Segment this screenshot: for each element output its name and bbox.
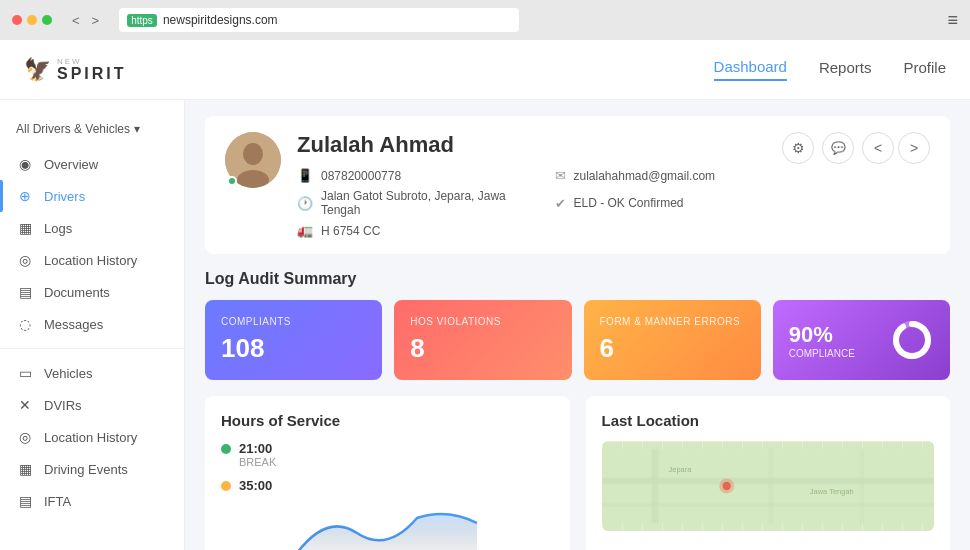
email-value: zulalahahmad@gmail.com [574, 169, 716, 183]
driver-vehicle: 🚛 H 6754 CC [297, 223, 525, 238]
sidebar-item-messages[interactable]: ◌ Messages [0, 308, 184, 340]
settings-button[interactable]: ⚙ [782, 132, 814, 164]
hos-value-2: 35:00 [239, 478, 272, 493]
hos-item-break: 21:00 BREAK [221, 441, 554, 468]
sidebar-label-location-history-v: Location History [44, 430, 137, 445]
form-value: 6 [600, 333, 745, 364]
maximize-dot[interactable] [42, 15, 52, 25]
svg-point-1 [243, 143, 263, 165]
sidebar-filter[interactable]: All Drivers & Vehicles ▾ [0, 116, 184, 148]
sidebar-item-drivers[interactable]: ⊕ Drivers [0, 180, 184, 212]
driving-events-icon: ▦ [16, 461, 34, 477]
clock-icon: 🕐 [297, 196, 313, 211]
sidebar-item-ifta[interactable]: ▤ IFTA [0, 485, 184, 517]
sidebar-label-drivers: Drivers [44, 189, 85, 204]
donut-chart [890, 318, 934, 362]
last-location-title: Last Location [602, 412, 935, 429]
sidebar-label-dvirs: DVIRs [44, 398, 82, 413]
online-indicator [227, 176, 237, 186]
logs-icon: ▦ [16, 220, 34, 236]
url-text: newspiritdesigns.com [163, 13, 278, 27]
driver-phone: 📱 087820000778 [297, 168, 525, 183]
sidebar-item-overview[interactable]: ◉ Overview [0, 148, 184, 180]
back-button[interactable]: < [68, 11, 84, 30]
driver-details: 📱 087820000778 ✉ zulalahahmad@gmail.com … [297, 168, 782, 238]
sidebar-label-documents: Documents [44, 285, 110, 300]
browser-nav: < > [68, 11, 103, 30]
form-label: FORM & MANNER ERRORS [600, 316, 745, 327]
audit-section-title: Log Audit Summary [205, 270, 950, 288]
hos-card: Hours of Service 21:00 BREAK 35:00 [205, 396, 570, 550]
sidebar-label-vehicles: Vehicles [44, 366, 92, 381]
svg-rect-9 [859, 449, 863, 524]
top-navigation: 🦅 NEW SPIRIT Dashboard Reports Profile [0, 40, 970, 100]
chat-button[interactable]: 💬 [822, 132, 854, 164]
hos-card-title: Hours of Service [221, 412, 554, 429]
hamburger-menu-icon[interactable]: ≡ [947, 10, 958, 31]
nav-link-dashboard[interactable]: Dashboard [714, 58, 787, 81]
chevron-down-icon: ▾ [134, 122, 140, 136]
sidebar-divider [0, 348, 184, 349]
sidebar-item-driving-events[interactable]: ▦ Driving Events [0, 453, 184, 485]
svg-text:Jepara: Jepara [668, 465, 692, 474]
nav-link-profile[interactable]: Profile [903, 59, 946, 80]
sidebar-label-messages: Messages [44, 317, 103, 332]
driver-nav-arrows: < > [862, 132, 930, 164]
hos-item-2: 35:00 [221, 478, 554, 493]
svg-rect-10 [602, 503, 935, 507]
vehicle-value: H 6754 CC [321, 224, 380, 238]
driver-eld: ✔ ELD - OK Confirmed [555, 189, 783, 217]
sidebar: All Drivers & Vehicles ▾ ◉ Overview ⊕ Dr… [0, 100, 185, 550]
logo-text-spirit: SPIRIT [57, 66, 127, 82]
hos-dot-yellow [221, 481, 231, 491]
messages-icon: ◌ [16, 316, 34, 332]
prev-driver-button[interactable]: < [862, 132, 894, 164]
main-layout: All Drivers & Vehicles ▾ ◉ Overview ⊕ Dr… [0, 100, 970, 550]
map-placeholder: Jepara Jawa Tengah [602, 441, 935, 531]
svg-rect-7 [651, 449, 658, 524]
audit-card-form: FORM & MANNER ERRORS 6 [584, 300, 761, 380]
svg-rect-8 [768, 449, 773, 524]
eld-value: ELD - OK Confirmed [574, 196, 684, 210]
driver-info: Zulalah Ahmad 📱 087820000778 ✉ zulalahah… [297, 132, 782, 238]
sidebar-item-location-history[interactable]: ◎ Location History [0, 244, 184, 276]
driver-name: Zulalah Ahmad [297, 132, 782, 158]
next-driver-button[interactable]: > [898, 132, 930, 164]
address-bar[interactable]: https newspiritdesigns.com [119, 8, 519, 32]
hos-chart-area [221, 503, 554, 550]
sidebar-filter-label: All Drivers & Vehicles [16, 122, 130, 136]
compliance-label: COMPLIANCE [789, 348, 855, 359]
location-history-icon: ◎ [16, 252, 34, 268]
nav-links: Dashboard Reports Profile [714, 58, 946, 81]
overview-icon: ◉ [16, 156, 34, 172]
driver-header-card: Zulalah Ahmad 📱 087820000778 ✉ zulalahah… [205, 116, 950, 254]
audit-card-compliance: 90% COMPLIANCE [773, 300, 950, 380]
close-dot[interactable] [12, 15, 22, 25]
location-icon: ◎ [16, 429, 34, 445]
sidebar-label-location-history: Location History [44, 253, 137, 268]
dvirs-icon: ✕ [16, 397, 34, 413]
compliants-value: 108 [221, 333, 366, 364]
sidebar-item-logs[interactable]: ▦ Logs [0, 212, 184, 244]
email-icon: ✉ [555, 168, 566, 183]
last-location-card: Last Location Jepara Jawa Tengah [586, 396, 951, 550]
sidebar-item-documents[interactable]: ▤ Documents [0, 276, 184, 308]
audit-cards: COMPLIANTS 108 HOS VIOLATIONS 8 FORM & M… [205, 300, 950, 380]
bottom-row: Hours of Service 21:00 BREAK 35:00 [205, 396, 950, 550]
sidebar-item-vehicles[interactable]: ▭ Vehicles [0, 357, 184, 389]
compliance-inner: 90% COMPLIANCE [789, 318, 934, 362]
vehicles-icon: ▭ [16, 365, 34, 381]
address-value: Jalan Gatot Subroto, Jepara, Jawa Tengah [321, 189, 525, 217]
sidebar-label-overview: Overview [44, 157, 98, 172]
sidebar-item-location-history-v[interactable]: ◎ Location History [0, 421, 184, 453]
compliance-pct: 90% [789, 322, 855, 348]
minimize-dot[interactable] [27, 15, 37, 25]
https-badge: https [127, 14, 157, 27]
sidebar-item-dvirs[interactable]: ✕ DVIRs [0, 389, 184, 421]
forward-button[interactable]: > [88, 11, 104, 30]
audit-card-compliants: COMPLIANTS 108 [205, 300, 382, 380]
nav-link-reports[interactable]: Reports [819, 59, 872, 80]
shield-icon: ✔ [555, 196, 566, 211]
hos-label: HOS VIOLATIONS [410, 316, 555, 327]
hos-label-break: BREAK [239, 456, 276, 468]
